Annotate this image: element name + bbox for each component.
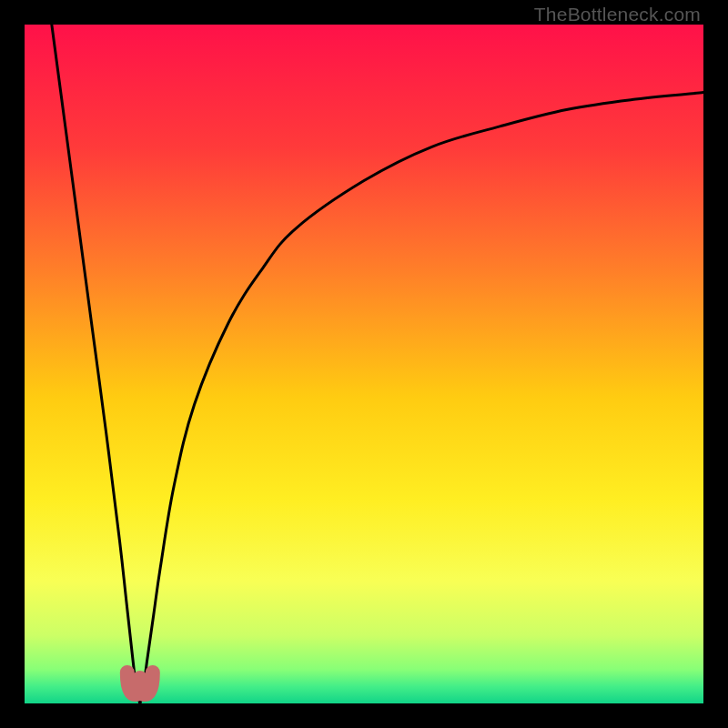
bottleneck-curve-chart: [25, 25, 703, 703]
dip-marker-icon: [127, 672, 153, 694]
plot-area: [25, 25, 703, 703]
attribution-label: TheBottleneck.com: [534, 4, 701, 25]
outer-frame: TheBottleneck.com: [0, 0, 728, 728]
